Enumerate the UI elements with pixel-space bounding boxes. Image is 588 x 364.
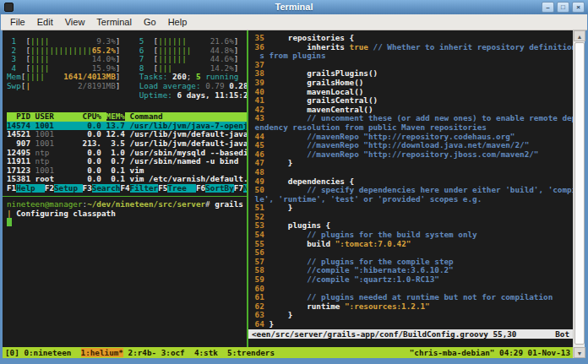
menu-terminal[interactable]: Terminal [90, 15, 138, 29]
seg-d: 44.6% [187, 55, 234, 63]
terminal-line[interactable]: 17123 1001 0.0 0.1 vim [7, 166, 247, 176]
seg-hb: Command [125, 112, 247, 121]
seg-c: 4 [7, 64, 16, 73]
terminal-line: Uptime: 6 days, 11:15:24 [7, 91, 247, 101]
seg-p: [ [16, 37, 30, 46]
scrollbar-up-button[interactable]: ▲ [574, 30, 585, 41]
terminal-line: s from plugins [250, 52, 573, 61]
terminal-line: 56 [250, 248, 573, 258]
menu-file[interactable]: File [4, 15, 31, 29]
terminal-line: 57 // plugins for the compile step [250, 258, 573, 267]
seg-d: 0.79 [205, 82, 229, 90]
terminal-line: 1 [|||| 9.3%] 5 [|||||| 21.6%] [7, 37, 247, 46]
terminal-line[interactable]: PID USER CPU% MEM% Command [7, 112, 247, 122]
seg-p: ] [116, 73, 139, 81]
seg-fl[interactable]: Tree [167, 184, 196, 193]
seg-d: 15.9% [49, 64, 115, 73]
seg-fk[interactable]: F6 [196, 184, 205, 193]
seg-p [7, 91, 139, 100]
seg-c: Tasks: [139, 73, 172, 81]
seg-cm: le', 'runtime', 'test' or 'provided' sco… [250, 195, 482, 204]
seg-fk[interactable]: F2 [45, 184, 54, 193]
seg-tx[interactable]: [0] 0:nineteen [5, 348, 81, 357]
close-button[interactable]: × [572, 2, 585, 13]
seg-n: 42 [250, 106, 269, 114]
seg-w: 0.28 [229, 82, 247, 90]
terminal-line[interactable]: 907 1001 213. 3.5 /usr/lib/jvm/default-j… [7, 139, 247, 149]
terminal-line: Swp[| 2/8191MB] Load average: 0.79 0.28 [7, 82, 247, 91]
seg-p: ] [234, 55, 239, 63]
terminal-line: nineteen@manager:~/dev/nineteen/src/serv… [7, 200, 247, 209]
maximize-button[interactable]: □ [557, 2, 569, 13]
seg-fl[interactable]: SortBy [205, 184, 234, 193]
seg-tx[interactable]: 2:r4b- 3:ocf 4:stk 5:trenders [123, 348, 275, 357]
seg-wb: } [269, 204, 292, 212]
terminal-line[interactable]: 11911 ntp 0.0 0.7 /usr/sbin/named -u bin… [7, 157, 247, 166]
scrollbar-down-button[interactable]: ▼ [574, 347, 585, 358]
terminal-line: Mem[|||| 1641/4013MB] Tasks: 260; 5 runn… [7, 73, 247, 82]
seg-wb: repositories { [269, 34, 354, 42]
htop-spacer [7, 100, 247, 112]
seg-cm: //mavenRepo "http://repository.codehaus.… [269, 133, 514, 141]
seg-p: ] [234, 46, 239, 55]
terminal-line: 4 [|||| 15.9%] 8 [||| 14.2%] [7, 64, 247, 73]
seg-p: [ [144, 46, 158, 55]
terminal-line[interactable]: 14574 1001 0.0 13.7 /usr/lib/jvm/java-7-… [7, 122, 247, 131]
seg-cm: // specify dependencies here under eithe… [269, 186, 573, 194]
menu-go[interactable]: Go [138, 15, 162, 29]
vim-scroll-indicator: Bot [555, 329, 569, 339]
menu-edit[interactable]: Edit [31, 15, 59, 29]
menu-view[interactable]: View [59, 15, 91, 29]
seg-wb: } [269, 159, 292, 167]
seg-fk[interactable]: F7 [234, 184, 243, 193]
seg-wb: /usr/lib/jvm/default-java [130, 139, 247, 148]
seg-g: ||||||| [158, 46, 191, 55]
shell-pane[interactable]: nineteen@manager:~/dev/nineteen/src/serv… [3, 197, 247, 347]
seg-tcur[interactable]: 1:helium* [81, 348, 123, 357]
seg-fk[interactable]: F1 [7, 184, 16, 193]
terminal-line[interactable]: 14521 1001 0.0 12.4 /usr/lib/jvm/default… [7, 130, 247, 139]
terminal-line: 42 mavenCentral() [250, 106, 573, 115]
scrollbar[interactable]: ▲ ▼ [573, 30, 585, 358]
seg-fk[interactable]: F4 [120, 184, 129, 193]
menu-help[interactable]: Help [162, 15, 193, 29]
seg-w: 14521 [7, 130, 35, 139]
seg-d: 2/8191MB [30, 82, 116, 90]
seg-p: [ [16, 64, 30, 73]
titlebar[interactable]: Terminal – □ × [0, 0, 588, 14]
seg-fk[interactable]: F5 [158, 184, 167, 193]
seg-fk[interactable]: F3 [83, 184, 92, 193]
seg-d: 1001 [35, 139, 78, 148]
seg-cm: // Whether to inherit repository definit… [368, 43, 573, 52]
seg-fl[interactable]: Filter [130, 184, 159, 193]
seg-y: ":resources:1.2.1" [345, 302, 430, 311]
minimize-button[interactable]: – [542, 2, 554, 13]
scrollbar-thumb[interactable] [574, 42, 585, 345]
terminal-line: 50 // specify dependencies here under ei… [250, 186, 573, 195]
seg-fl[interactable]: Help [16, 184, 45, 193]
terminal-line: 37 [250, 61, 573, 70]
terminal-line: 64 } [250, 320, 573, 329]
vim-pane[interactable]: 35 repositories { 36 inherits true // Wh… [248, 30, 573, 347]
seg-y: 1641/4013MB [45, 73, 116, 81]
terminal-line: F1Help F2Setup F3SearchF4FilterF5Tree F6… [7, 184, 247, 193]
seg-n: 58 [250, 266, 269, 274]
seg-fl[interactable]: Search [92, 184, 121, 193]
terminal-line[interactable]: 12495 ntp 0.0 1.0 /usr/sbin/mysqld --bas… [7, 149, 247, 158]
seg-p: [ [16, 55, 30, 63]
seg-d: ntp [35, 149, 78, 157]
seg-w: 0.0 0.1 [78, 175, 130, 183]
terminal-line: 54 // plugins for the build system only [250, 231, 573, 240]
seg-wb: /usr/sbin/named -u bind [130, 157, 239, 166]
seg-hsort: MEM% [106, 112, 125, 121]
seg-w: 0.0 1.0 [78, 149, 130, 157]
seg-w: 0.0 0.7 [78, 157, 130, 166]
terminal-line[interactable]: 15381 root 0.0 0.1 vim /etc/varnish/defa… [7, 175, 247, 184]
seg-w: 11911 [7, 157, 35, 166]
terminal-line [7, 218, 247, 227]
seg-n: 35 [250, 34, 269, 42]
seg-cm: //mavenRepo "http://download.java.net/ma… [269, 141, 529, 149]
seg-fl[interactable]: Setup [54, 184, 83, 193]
htop-process-table: PID USER CPU% MEM% Command 14574 1001 0.… [7, 112, 247, 184]
terminal-line: 49 dependencies { [250, 177, 573, 187]
